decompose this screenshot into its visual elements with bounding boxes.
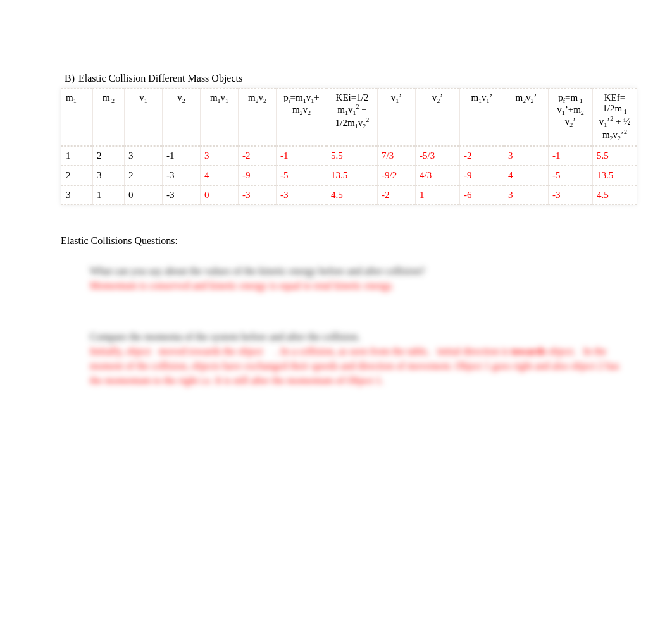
table-header-cell: KEf= 1/2m 1 v1’2 + ½ m2v2’2 — [592, 88, 637, 146]
table-header-cell: pi=m1v1+ m2v2 — [276, 88, 327, 146]
table-cell: 4 — [200, 166, 238, 185]
table-row: 123-13-2-15.57/3-5/3-23-15.5 — [61, 146, 637, 166]
table-row: 310-30-3-34.5-21-63-34.5 — [61, 185, 637, 205]
table-header-cell: m2v2 — [238, 88, 276, 146]
question-text: What can you say about the values of the… — [90, 264, 621, 278]
table-cell: 0 — [124, 185, 162, 205]
table-cell: -1 — [162, 146, 200, 166]
table-cell: 3 — [92, 166, 124, 185]
table-cell: 1 — [61, 146, 92, 166]
collision-table: m1m 2v1v2m1v1m2v2pi=m1v1+ m2v2KEi=1/2 m1… — [61, 88, 637, 205]
question-text: Compare the momenta of the system before… — [90, 330, 621, 344]
table-cell: 5.5 — [592, 146, 637, 166]
table-header-row: m1m 2v1v2m1v1m2v2pi=m1v1+ m2v2KEi=1/2 m1… — [61, 88, 637, 146]
table-header-cell: pf=m 1 v1’+m2 v2’ — [548, 88, 592, 146]
table-cell: -5/3 — [415, 146, 459, 166]
answer-text: Initially, object moved towards the obje… — [90, 344, 621, 388]
table-cell: 4/3 — [415, 166, 459, 185]
table-header-cell: m1 — [61, 88, 92, 146]
table-cell: -2 — [238, 146, 276, 166]
table-cell: 5.5 — [327, 146, 377, 166]
table-cell: -3 — [276, 185, 327, 205]
table-header-cell: m1v1 — [200, 88, 238, 146]
table-header-cell: v2’ — [415, 88, 459, 146]
section-title: Elastic Collision Different Mass Objects — [78, 73, 242, 84]
table-header-cell: m2v2’ — [504, 88, 548, 146]
table-cell: 13.5 — [327, 166, 377, 185]
table-cell: 4.5 — [592, 185, 637, 205]
table-cell: 1 — [415, 185, 459, 205]
qa-item: Compare the momenta of the system before… — [90, 330, 621, 388]
table-cell: -9 — [459, 166, 504, 185]
answer-text: Momentum is conserved and kinetic energy… — [90, 278, 621, 293]
table-cell: -1 — [276, 146, 327, 166]
table-cell: -3 — [548, 185, 592, 205]
table-cell: 4 — [504, 166, 548, 185]
table-cell: -5 — [548, 166, 592, 185]
table-cell: 13.5 — [592, 166, 637, 185]
table-cell: 1 — [92, 185, 124, 205]
table-header-cell: v1’ — [377, 88, 415, 146]
qa-item: What can you say about the values of the… — [90, 264, 621, 293]
table-cell: -6 — [459, 185, 504, 205]
section-label: B) — [61, 73, 75, 84]
table-cell: -5 — [276, 166, 327, 185]
document-content: B) Elastic Collision Different Mass Obje… — [61, 73, 621, 425]
table-header-cell: m 2 — [92, 88, 124, 146]
table-cell: -1 — [548, 146, 592, 166]
table-row: 232-34-9-513.5-9/24/3-94-513.5 — [61, 166, 637, 185]
qa-list: What can you say about the values of the… — [90, 264, 621, 388]
table-cell: 7/3 — [377, 146, 415, 166]
table-cell: -2 — [377, 185, 415, 205]
table-cell: 3 — [504, 185, 548, 205]
table-cell: 2 — [124, 166, 162, 185]
table-cell: 3 — [504, 146, 548, 166]
table-cell: -3 — [162, 185, 200, 205]
table-header-cell: m1v1’ — [459, 88, 504, 146]
section-heading: B) Elastic Collision Different Mass Obje… — [61, 73, 621, 84]
table-cell: 0 — [200, 185, 238, 205]
table-cell: 2 — [61, 166, 92, 185]
table-cell: -3 — [238, 185, 276, 205]
table-header-cell: v2 — [162, 88, 200, 146]
table-cell: -2 — [459, 146, 504, 166]
table-cell: 4.5 — [327, 185, 377, 205]
table-cell: 3 — [200, 146, 238, 166]
table-header-cell: KEi=1/2 m1v12 + 1/2m1v22 — [327, 88, 377, 146]
questions-heading: Elastic Collisions Questions: — [61, 235, 621, 247]
table-cell: 3 — [61, 185, 92, 205]
table-header-cell: v1 — [124, 88, 162, 146]
table-cell: -9 — [238, 166, 276, 185]
table-cell: 2 — [92, 146, 124, 166]
table-cell: -9/2 — [377, 166, 415, 185]
table-cell: -3 — [162, 166, 200, 185]
table-cell: 3 — [124, 146, 162, 166]
